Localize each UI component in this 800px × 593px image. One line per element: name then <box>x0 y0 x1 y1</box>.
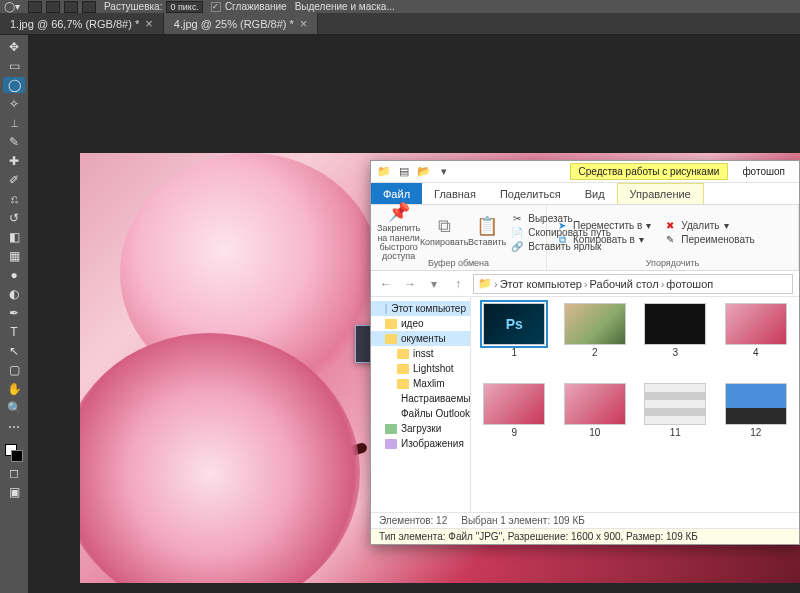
zoom-tool-icon[interactable]: 🔍 <box>3 400 25 416</box>
gradient-tool-icon[interactable]: ▦ <box>3 248 25 264</box>
type-tool-icon[interactable]: T <box>3 324 25 340</box>
copy-to-button[interactable]: ⧉Копировать в ▾ <box>553 233 653 247</box>
more-tools-icon[interactable]: ⋯ <box>3 419 25 435</box>
file-thumbnail[interactable]: 10 <box>558 383 633 459</box>
close-icon[interactable]: × <box>145 17 153 30</box>
tab-manage[interactable]: Управление <box>617 183 704 204</box>
thumbnail-image <box>725 383 787 425</box>
tree-item[interactable]: Файлы Outlook <box>371 406 470 421</box>
folder-icon <box>397 379 409 389</box>
eraser-tool-icon[interactable]: ◧ <box>3 229 25 245</box>
chevron-down-icon[interactable]: ▾ <box>435 163 453 181</box>
smoothing-checkbox[interactable]: ✓ <box>211 2 221 12</box>
breadcrumb[interactable]: Рабочий стол <box>590 278 659 290</box>
move-to-button[interactable]: ➤Переместить в ▾ <box>553 219 653 232</box>
select-and-mask-button[interactable]: Выделение и маска... <box>295 1 395 12</box>
pin-button[interactable]: 📌Закрепить на панели быстрого доступа <box>377 209 420 257</box>
delete-icon: ✖ <box>663 220 677 231</box>
path-tool-icon[interactable]: ↖ <box>3 343 25 359</box>
file-thumbnail[interactable]: 4 <box>719 303 794 379</box>
wand-tool-icon[interactable]: ✧ <box>3 96 25 112</box>
quickmask-icon[interactable]: ◻ <box>3 465 25 481</box>
tree-images[interactable]: Изображения <box>371 436 470 451</box>
file-thumbnail[interactable]: 3 <box>638 303 713 379</box>
hand-tool-icon[interactable]: ✋ <box>3 381 25 397</box>
thumbnail-caption: 12 <box>750 427 761 438</box>
marquee-tool-icon[interactable]: ▭ <box>3 58 25 74</box>
tree-this-pc[interactable]: Этот компьютер <box>371 301 470 316</box>
tree-item[interactable]: Lightshot <box>371 361 470 376</box>
explorer-titlebar[interactable]: 📁 ▤ 📂 ▾ Средства работы с рисунками фото… <box>371 161 799 183</box>
file-thumbnail[interactable]: 12 <box>719 383 794 459</box>
thumbnail-image <box>564 383 626 425</box>
feather-input[interactable]: 0 пикс. <box>166 1 202 13</box>
new-folder-icon[interactable]: 📂 <box>415 163 433 181</box>
tab-file[interactable]: Файл <box>371 183 422 204</box>
tree-item[interactable]: insst <box>371 346 470 361</box>
screenmode-icon[interactable]: ▣ <box>3 484 25 500</box>
tree-documents[interactable]: окументы <box>371 331 470 346</box>
back-button[interactable]: ← <box>377 275 395 293</box>
file-grid[interactable]: Ps12349101112 <box>471 297 799 512</box>
thumbnail-image <box>725 303 787 345</box>
ps-tools-panel: ✥ ▭ ◯ ✧ ⟂ ✎ ✚ ✐ ⎌ ↺ ◧ ▦ ● ◐ ✒ T ↖ ▢ ✋ 🔍 … <box>0 35 28 593</box>
address-bar[interactable]: 📁 › Этот компьютер › Рабочий стол › фото… <box>473 274 793 294</box>
scissors-icon: ✂ <box>510 213 524 224</box>
ribbon: 📌Закрепить на панели быстрого доступа ⧉К… <box>371 205 799 271</box>
rename-button[interactable]: ✎Переименовать <box>661 233 756 246</box>
navigation-tree[interactable]: Этот компьютер идео окументы insst Light… <box>371 297 471 512</box>
tree-item[interactable]: Maxlim <box>371 376 470 391</box>
breadcrumb[interactable]: фотошоп <box>666 278 713 290</box>
selection-mode[interactable] <box>28 1 96 13</box>
item-count: Элементов: 12 <box>379 515 447 526</box>
document-tab[interactable]: 1.jpg @ 66,7% (RGB/8#) * × <box>0 13 164 34</box>
file-thumbnail[interactable]: Ps1 <box>477 303 552 379</box>
up-button[interactable]: ↑ <box>449 275 467 293</box>
history-dropdown[interactable]: ▾ <box>425 275 443 293</box>
file-thumbnail[interactable]: 11 <box>638 383 713 459</box>
images-icon <box>385 439 397 449</box>
tab-home[interactable]: Главная <box>422 183 488 204</box>
history-brush-icon[interactable]: ↺ <box>3 210 25 226</box>
quick-access-toolbar: 📁 ▤ 📂 ▾ <box>375 163 453 181</box>
color-swatch[interactable] <box>5 444 23 462</box>
pen-tool-icon[interactable]: ✒ <box>3 305 25 321</box>
tree-item[interactable]: Настраиваемые <box>371 391 470 406</box>
delete-button[interactable]: ✖Удалить ▾ <box>661 219 756 232</box>
copy-label: Копировать <box>420 238 468 247</box>
file-thumbnail[interactable]: 9 <box>477 383 552 459</box>
stamp-tool-icon[interactable]: ⎌ <box>3 191 25 207</box>
crop-tool-icon[interactable]: ⟂ <box>3 115 25 131</box>
close-icon[interactable]: × <box>300 17 308 30</box>
copy-button[interactable]: ⧉Копировать <box>422 209 466 257</box>
pin-label: Закрепить на панели быстрого доступа <box>377 224 420 262</box>
paste-button[interactable]: 📋Вставить <box>468 209 506 257</box>
lasso-tool-icon[interactable]: ◯ <box>3 77 25 93</box>
breadcrumb[interactable]: Этот компьютер <box>500 278 582 290</box>
thumbnail-caption: 3 <box>672 347 678 358</box>
folder-icon[interactable]: 📁 <box>375 163 393 181</box>
eyedropper-tool-icon[interactable]: ✎ <box>3 134 25 150</box>
brush-tool-icon[interactable]: ✐ <box>3 172 25 188</box>
tree-videos[interactable]: идео <box>371 316 470 331</box>
dodge-tool-icon[interactable]: ◐ <box>3 286 25 302</box>
tree-downloads[interactable]: Загрузки <box>371 421 470 436</box>
tab-view[interactable]: Вид <box>573 183 617 204</box>
move-tool-icon[interactable]: ✥ <box>3 39 25 55</box>
heal-tool-icon[interactable]: ✚ <box>3 153 25 169</box>
forward-button[interactable]: → <box>401 275 419 293</box>
copy-to-icon: ⧉ <box>555 234 569 246</box>
folder-icon: 📁 <box>478 277 492 290</box>
tab-share[interactable]: Поделиться <box>488 183 573 204</box>
thumbnail-caption: 10 <box>589 427 600 438</box>
picture-tools-context-tab[interactable]: Средства работы с рисунками <box>570 163 729 180</box>
folder-icon <box>385 319 397 329</box>
folder-icon <box>397 364 409 374</box>
properties-icon[interactable]: ▤ <box>395 163 413 181</box>
file-thumbnail[interactable]: 2 <box>558 303 633 379</box>
blur-tool-icon[interactable]: ● <box>3 267 25 283</box>
shape-tool-icon[interactable]: ▢ <box>3 362 25 378</box>
paste-icon: 📋 <box>476 217 498 236</box>
thumbnail-image <box>644 303 706 345</box>
document-tab[interactable]: 4.jpg @ 25% (RGB/8#) * × <box>164 13 319 34</box>
